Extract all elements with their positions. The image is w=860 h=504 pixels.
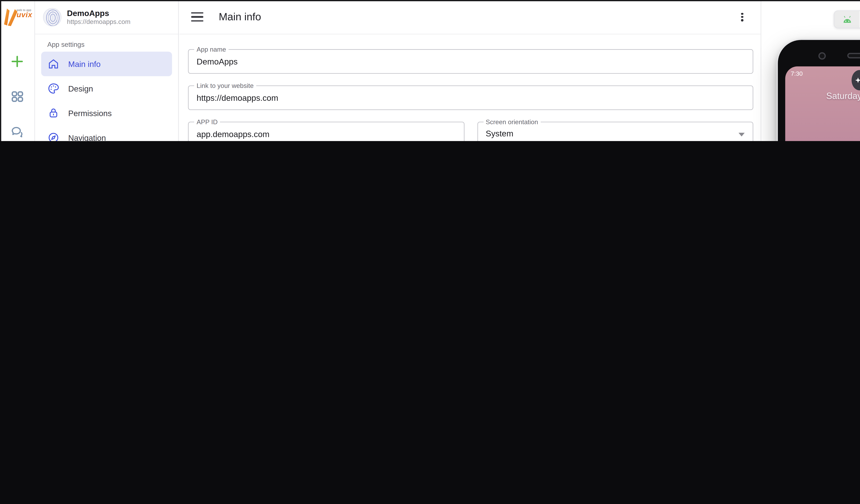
apps-grid-button[interactable] bbox=[9, 88, 26, 105]
lock-icon bbox=[47, 107, 59, 119]
phone-screen[interactable]: 7:30 LTE Saturday, Jun 28 bbox=[785, 67, 860, 141]
sidebar-item-main-info[interactable]: Main info bbox=[41, 52, 172, 76]
main-content: Main info App name Link to your website … bbox=[180, 0, 761, 141]
page-title: Main info bbox=[219, 11, 261, 23]
app-id-input[interactable] bbox=[189, 122, 464, 141]
settings-sidebar: DemoApps https://demoapps.com App settin… bbox=[35, 0, 179, 141]
main-info-form: App name Link to your website APP ID Scr… bbox=[188, 49, 753, 141]
app-rail: web to app uvix bbox=[0, 0, 35, 141]
sidebar-item-permissions[interactable]: Permissions bbox=[41, 101, 172, 125]
orientation-label: Screen orientation bbox=[483, 119, 541, 125]
chat-bubbles-icon bbox=[10, 124, 25, 139]
app-name-input[interactable] bbox=[189, 50, 753, 73]
compass-icon bbox=[47, 132, 59, 141]
android-icon bbox=[842, 14, 852, 24]
sidebar-item-navigation[interactable]: Navigation bbox=[41, 125, 172, 141]
preview-panel: 7:30 LTE Saturday, Jun 28 bbox=[761, 0, 860, 141]
section-label-app-settings: App settings bbox=[35, 41, 178, 48]
home-icon bbox=[47, 58, 59, 70]
more-options-button[interactable] bbox=[737, 11, 747, 23]
sparkles-icon bbox=[854, 73, 860, 87]
workspace-app-name: DemoApps bbox=[67, 8, 130, 17]
status-clock: 7:30 bbox=[791, 70, 803, 76]
android-toggle-option[interactable] bbox=[834, 11, 859, 28]
palette-icon bbox=[47, 82, 59, 95]
sidebar-nav: Main info Design Permissions Navigation … bbox=[35, 52, 178, 141]
status-bar: 7:30 LTE bbox=[785, 67, 860, 77]
brand-name: uvix bbox=[16, 12, 35, 18]
add-app-button[interactable] bbox=[9, 53, 26, 70]
app-name-label: App name bbox=[194, 46, 229, 53]
workspace-header[interactable]: DemoApps https://demoapps.com bbox=[35, 0, 178, 34]
app-name-field: App name bbox=[188, 49, 753, 74]
app-avatar bbox=[43, 8, 61, 26]
website-input[interactable] bbox=[189, 86, 753, 110]
home-date: Saturday, Jun 28 bbox=[785, 91, 860, 101]
app-window: web to app uvix bbox=[0, 0, 860, 141]
main-header: Main info bbox=[180, 0, 761, 34]
website-field: Link to your website bbox=[188, 86, 753, 110]
orientation-field[interactable]: Screen orientation System bbox=[477, 121, 754, 141]
nuvix-logo[interactable]: web to app uvix bbox=[2, 4, 34, 31]
phone-camera bbox=[818, 52, 826, 60]
app-id-label: APP ID bbox=[194, 119, 220, 125]
website-label: Link to your website bbox=[194, 82, 256, 89]
app-id-field: APP ID bbox=[188, 121, 464, 141]
workspace-app-url: https://demoapps.com bbox=[67, 17, 130, 26]
os-toggle bbox=[834, 11, 860, 28]
menu-toggle-button[interactable] bbox=[191, 12, 203, 21]
device-mockup: 7:30 LTE Saturday, Jun 28 bbox=[778, 40, 860, 141]
grid-icon bbox=[10, 89, 25, 104]
plus-icon bbox=[10, 54, 25, 69]
sidebar-item-design[interactable]: Design bbox=[41, 76, 172, 101]
support-chat-button[interactable] bbox=[9, 123, 26, 140]
nuvix-logo-icon bbox=[2, 6, 18, 27]
phone-speaker bbox=[847, 53, 860, 58]
